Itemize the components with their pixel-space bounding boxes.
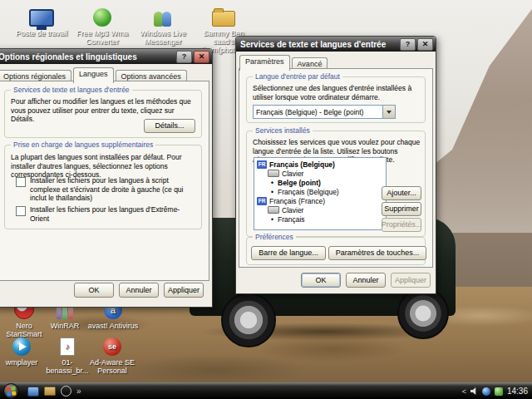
checkbox-east-asian[interactable]: Installer les fichiers pour les langues … bbox=[16, 205, 195, 223]
desktop-icon-label: Poste de travail bbox=[12, 29, 71, 37]
ok-button[interactable]: OK bbox=[74, 283, 114, 298]
regional-options-dialog: Options régionales et linguistiques ? ✕ … bbox=[0, 48, 213, 308]
cancel-button[interactable]: Annuler bbox=[119, 283, 159, 298]
language-bar-button[interactable]: Barre de langue... bbox=[251, 246, 326, 260]
tab-langues[interactable]: Langues bbox=[73, 67, 114, 83]
keyboard-icon bbox=[268, 170, 279, 177]
start-button[interactable] bbox=[3, 383, 19, 399]
dialog-title: Options régionales et linguistiques bbox=[0, 52, 137, 62]
default-language-combo[interactable]: Français (Belgique) - Belge (point) bbox=[253, 105, 396, 119]
tree-row-language[interactable]: FR Français (France) bbox=[256, 196, 386, 205]
tree-label: Belge (point) bbox=[256, 179, 321, 187]
combo-dropdown-arrow-icon[interactable] bbox=[382, 106, 395, 118]
quick-launch: » bbox=[27, 386, 81, 397]
help-button[interactable]: ? bbox=[176, 51, 192, 63]
cancel-button[interactable]: Annuler bbox=[346, 273, 386, 288]
tree-row-keyboard[interactable]: Clavier bbox=[256, 205, 386, 214]
installed-services-group: Services installés Choisissez les servic… bbox=[246, 131, 426, 237]
converter-icon bbox=[93, 8, 111, 27]
checkbox-label: Installer les fichiers pour les langues … bbox=[30, 205, 195, 223]
keyboard-icon bbox=[268, 206, 279, 214]
group-caption: Préférences bbox=[253, 233, 296, 241]
group-caption: Services de texte et langues d'entrée bbox=[11, 86, 132, 94]
desktop-icon-mp3-converter[interactable]: Free Mp3 Wma Converter bbox=[73, 5, 131, 46]
tab-parametres[interactable]: Paramètres bbox=[239, 55, 290, 71]
regional-dialog-titlebar[interactable]: Options régionales et linguistiques ? ✕ bbox=[0, 49, 212, 64]
volume-icon[interactable] bbox=[470, 387, 478, 395]
group-caption: Prise en charge de langues supplémentair… bbox=[11, 140, 155, 149]
desktop-icon-label: wmplayer bbox=[0, 358, 43, 367]
fr-flag-icon: FR bbox=[257, 160, 267, 169]
tray-status-icon[interactable] bbox=[495, 387, 503, 396]
add-button[interactable]: Ajouter... bbox=[382, 186, 421, 200]
remove-button[interactable]: Supprimer bbox=[382, 202, 421, 216]
group-caption: Services installés bbox=[253, 126, 313, 135]
checkbox-icon[interactable] bbox=[16, 177, 26, 187]
desktop-icon-label: Windows Live Messenger bbox=[134, 29, 192, 46]
group-caption: Langue d'entrée par défaut bbox=[253, 72, 342, 81]
adaware-icon: se bbox=[103, 337, 121, 356]
text-services-titlebar[interactable]: Services de texte et langues d'entrée ? … bbox=[236, 37, 436, 52]
apply-button[interactable]: Appliquer bbox=[391, 273, 431, 288]
details-button[interactable]: Détails... bbox=[144, 119, 195, 133]
desktop-icon-label: WinRAR bbox=[42, 322, 88, 330]
tree-row-layout[interactable]: Français (Belgique) bbox=[256, 187, 386, 196]
desktop-icon-label: Free Mp3 Wma Converter bbox=[73, 29, 131, 46]
checkbox-icon[interactable] bbox=[16, 206, 26, 216]
taskbar: » < 14:36 bbox=[0, 382, 532, 399]
close-button[interactable]: ✕ bbox=[194, 51, 209, 63]
quick-launch-overflow-chevron[interactable]: » bbox=[76, 387, 81, 396]
show-desktop-icon[interactable] bbox=[27, 387, 39, 397]
default-language-group: Langue d'entrée par défaut Sélectionnez … bbox=[246, 76, 426, 123]
text-services-group: Services de texte et langues d'entrée Po… bbox=[4, 90, 202, 138]
key-settings-button[interactable]: Paramètres de touches... bbox=[328, 246, 426, 260]
text-services-dialog: Services de texte et langues d'entrée ? … bbox=[235, 36, 436, 294]
tree-row-keyboard[interactable]: Clavier bbox=[256, 169, 386, 178]
group-text: Sélectionnez une des langues d'entrée in… bbox=[253, 84, 421, 101]
desktop-icon-label: Ad-Aware SE Personal bbox=[85, 358, 140, 375]
supplemental-languages-group: Prise en charge de langues supplémentair… bbox=[4, 145, 202, 229]
properties-button[interactable]: Propriétés... bbox=[382, 218, 421, 232]
tree-row-layout[interactable]: Belge (point) bbox=[256, 178, 386, 187]
services-tree-list[interactable]: FR Français (Belgique) Clavier Belge (po… bbox=[254, 157, 387, 230]
desktop-icon-wmplayer[interactable]: wmplayer bbox=[0, 334, 43, 367]
checkbox-complex-scripts[interactable]: Installer les fichiers pour les langues … bbox=[16, 176, 195, 203]
mp3-file-icon: ♪ bbox=[60, 337, 75, 356]
quick-launch-folder-icon[interactable] bbox=[44, 387, 56, 396]
tree-label: Français bbox=[256, 215, 305, 224]
apply-button[interactable]: Appliquer bbox=[164, 283, 204, 298]
tree-row-layout[interactable]: Français bbox=[256, 214, 386, 224]
desktop-icon-my-computer[interactable]: Poste de travail bbox=[12, 5, 71, 37]
tray-collapse-chevron[interactable]: < bbox=[462, 387, 466, 396]
combo-value: Français (Belgique) - Belge (point) bbox=[254, 108, 382, 116]
messenger-icon bbox=[152, 8, 174, 27]
computer-icon bbox=[29, 9, 54, 27]
tree-label: Clavier bbox=[282, 206, 303, 214]
close-button[interactable]: ✕ bbox=[417, 38, 433, 51]
wallpaper-car-rear-wheel bbox=[397, 288, 449, 339]
text-services-buttons: OK Annuler Appliquer bbox=[301, 273, 431, 288]
quick-launch-c-icon[interactable] bbox=[61, 386, 71, 397]
tree-label: Français (France) bbox=[269, 197, 325, 205]
ok-button[interactable]: OK bbox=[301, 273, 341, 288]
desktop-icon-messenger[interactable]: Windows Live Messenger bbox=[134, 5, 192, 46]
tree-label: Français (Belgique) bbox=[256, 188, 339, 196]
group-text: La plupart des langues sont installées p… bbox=[11, 153, 196, 180]
wallpaper-car-front-wheel bbox=[221, 293, 276, 347]
tree-row-language[interactable]: FR Français (Belgique) bbox=[256, 160, 386, 169]
tray-messenger-icon[interactable] bbox=[482, 387, 490, 396]
taskbar-clock[interactable]: 14:36 bbox=[507, 387, 528, 396]
help-button[interactable]: ? bbox=[400, 38, 416, 51]
desktop-icon-label: avast! Antivirus bbox=[86, 322, 140, 330]
parametres-tab-page: Langue d'entrée par défaut Sélectionnez … bbox=[239, 68, 433, 268]
folder-icon bbox=[212, 11, 235, 27]
fr-flag-icon: FR bbox=[257, 197, 267, 205]
windows-logo-icon bbox=[6, 386, 16, 396]
preferences-group: Préférences Barre de langue... Paramètre… bbox=[246, 237, 426, 265]
langues-tab-page: Services de texte et langues d'entrée Po… bbox=[0, 81, 209, 281]
tree-label: Clavier bbox=[282, 170, 303, 178]
checkbox-label: Installer les fichiers pour les langues … bbox=[30, 176, 195, 203]
tree-label: Français (Belgique) bbox=[269, 160, 335, 169]
dialog-title: Services de texte et langues d'entrée bbox=[240, 40, 386, 49]
desktop-icon-adaware[interactable]: se Ad-Aware SE Personal bbox=[85, 334, 140, 375]
